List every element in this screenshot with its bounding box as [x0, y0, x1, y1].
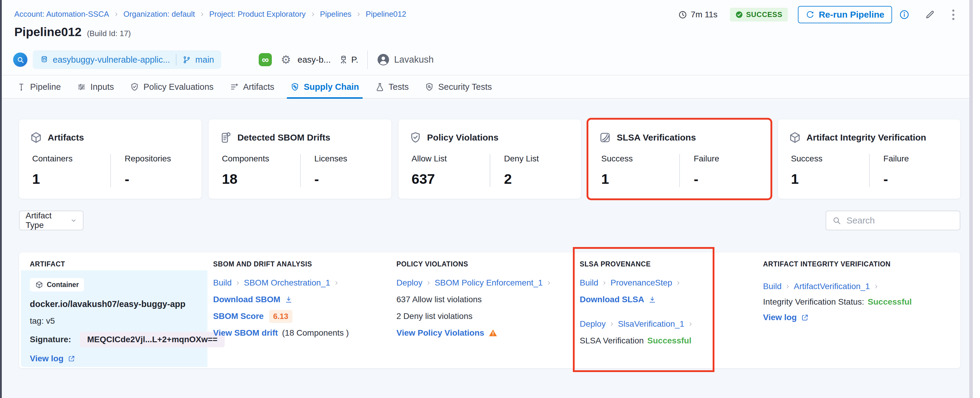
shield-check-icon — [130, 82, 139, 91]
view-sbom-drift-link[interactable]: View SBOM drift — [213, 328, 278, 338]
tab-supply-chain[interactable]: Supply Chain — [290, 75, 359, 98]
scrollbar[interactable] — [969, 0, 973, 398]
shield-check-icon — [409, 131, 422, 144]
gear-icon[interactable]: ⚙ — [281, 53, 291, 66]
card-head: Policy Violations — [409, 131, 570, 144]
tab-security-tests[interactable]: Security Tests — [425, 75, 492, 98]
tab-policy-evaluations[interactable]: Policy Evaluations — [130, 75, 213, 98]
collapsed-nav-rail[interactable] — [0, 0, 2, 398]
tab-label: Security Tests — [438, 82, 492, 92]
info-icon[interactable] — [899, 10, 909, 20]
download-slsa-link[interactable]: Download SLSA — [580, 295, 656, 304]
slsa-icon — [599, 131, 611, 144]
step-link[interactable]: ProvenanceStep — [611, 278, 672, 288]
step-link[interactable]: SBOM Policy Enforcement_1 — [434, 278, 543, 288]
download-sbom-link[interactable]: Download SBOM — [213, 295, 293, 304]
card-title: Policy Violations — [427, 133, 499, 142]
container-cube-icon — [35, 281, 43, 289]
chevron-right-icon — [609, 321, 614, 327]
breadcrumb-project[interactable]: Project: Product Exploratory — [209, 10, 306, 19]
repo-pill[interactable]: easybuggy-vulnerable-applic... main — [33, 50, 221, 69]
tab-pipeline[interactable]: Pipeline — [17, 75, 61, 98]
stat-label: Failure — [694, 154, 760, 163]
page-title: Pipeline012 — [14, 25, 82, 39]
breadcrumb-account[interactable]: Account: Automation-SSCA — [14, 10, 109, 19]
warning-triangle-icon — [488, 328, 498, 337]
chevron-right-icon — [235, 280, 240, 286]
inputs-icon — [77, 82, 86, 91]
repository-icon — [40, 56, 49, 64]
search-icon — [17, 56, 24, 64]
edit-pencil-icon[interactable] — [925, 10, 935, 20]
card-head: Artifact Integrity Verification — [789, 131, 950, 144]
drift-component-count: (18 Components ) — [282, 328, 349, 338]
chevron-right-icon — [602, 280, 607, 286]
step-link[interactable]: ArtifactVerification_1 — [794, 281, 870, 291]
more-options-menu[interactable] — [951, 6, 956, 23]
card-title: Artifact Integrity Verification — [807, 133, 926, 142]
stat: Deny List 2 — [490, 154, 570, 187]
card-slsa-verifications: SLSA Verifications Success 1 Failure - — [588, 119, 770, 199]
download-slsa-row: Download SLSA — [580, 294, 697, 305]
stat-value: 1 — [601, 171, 679, 187]
tab-label: Pipeline — [30, 82, 61, 92]
chevron-right-icon — [688, 321, 693, 327]
stat: Repositories - — [110, 154, 191, 187]
flask-icon — [375, 82, 385, 91]
duration-text: 7m 11s — [691, 10, 718, 19]
chevron-right-icon — [356, 12, 361, 17]
step-link[interactable]: SBOM Orchestration_1 — [244, 278, 330, 288]
tab-artifacts[interactable]: Artifacts — [230, 75, 275, 98]
repo-name[interactable]: easybuggy-vulnerable-applic... — [53, 55, 170, 65]
rerun-pipeline-button[interactable]: Re-run Pipeline — [798, 6, 892, 23]
stat-label: Licenses — [315, 154, 380, 163]
tab-label: Tests — [389, 82, 409, 92]
stat-value: 637 — [412, 171, 490, 187]
sbom-score-badge: 6.13 — [269, 310, 293, 323]
filter-row: Artifact Type — [19, 211, 960, 230]
artifact-type-dropdown[interactable]: Artifact Type — [19, 211, 83, 230]
stat-label: Success — [601, 154, 679, 163]
stage-link[interactable]: Build — [763, 281, 781, 291]
stat-value: - — [124, 171, 191, 187]
git-branch-icon — [182, 56, 191, 64]
search-input[interactable] — [846, 215, 954, 226]
allow-list-violations: 637 Allow list violations — [396, 294, 555, 305]
stage-link[interactable]: Deploy — [580, 319, 606, 329]
breadcrumb-pipelines[interactable]: Pipelines — [320, 10, 352, 19]
artifact-type-label: Artifact Type — [25, 211, 70, 230]
view-log-link[interactable]: View log — [30, 354, 207, 363]
stage-link[interactable]: Build — [580, 278, 598, 288]
sbom-score-link[interactable]: SBOM Score — [213, 312, 264, 321]
stage-link[interactable]: Deploy — [396, 278, 422, 288]
signature-label: Signature: — [30, 335, 71, 344]
divider — [176, 54, 177, 66]
harness-ci-badge: ∞ — [259, 53, 272, 66]
slsa-status-label: SLSA Verification — [580, 336, 644, 345]
artifact-image-name: docker.io/lavakush07/easy-buggy-app — [30, 299, 207, 309]
branch-name[interactable]: main — [195, 55, 214, 65]
tab-tests[interactable]: Tests — [375, 75, 409, 98]
ci-stage-icon — [13, 53, 27, 67]
tab-inputs[interactable]: Inputs — [77, 75, 114, 98]
breadcrumb-pipeline012[interactable]: Pipeline012 — [366, 10, 406, 19]
stat: Components 18 — [220, 154, 300, 187]
signature-row: Signature: MEQCICde2Vjl...L+2+mqnOXw== — [30, 332, 207, 347]
view-log-link[interactable]: View log — [763, 313, 809, 322]
stat-value: - — [315, 171, 380, 187]
view-policy-violations-row: View Policy Violations — [396, 328, 555, 338]
cube-icon — [789, 131, 801, 144]
right-gutter — [973, 0, 980, 398]
execution-meta-row: easybuggy-vulnerable-applic... main ∞ ⚙ … — [13, 50, 434, 70]
stat-value: 18 — [222, 171, 300, 187]
artifacts-icon — [230, 82, 239, 91]
status-text: SUCCESS — [746, 10, 783, 19]
status-badge: SUCCESS — [730, 8, 788, 21]
stage-link[interactable]: Build — [213, 278, 232, 288]
view-policy-violations-link[interactable]: View Policy Violations — [396, 328, 484, 338]
step-link[interactable]: SlsaVerification_1 — [618, 319, 684, 329]
stat-label: Components — [222, 154, 300, 163]
breadcrumb-organization[interactable]: Organization: default — [123, 10, 195, 19]
slsa-cell: Build ProvenanceStep Download SLSA Deplo… — [580, 278, 697, 352]
card-title: Detected SBOM Drifts — [237, 133, 330, 142]
